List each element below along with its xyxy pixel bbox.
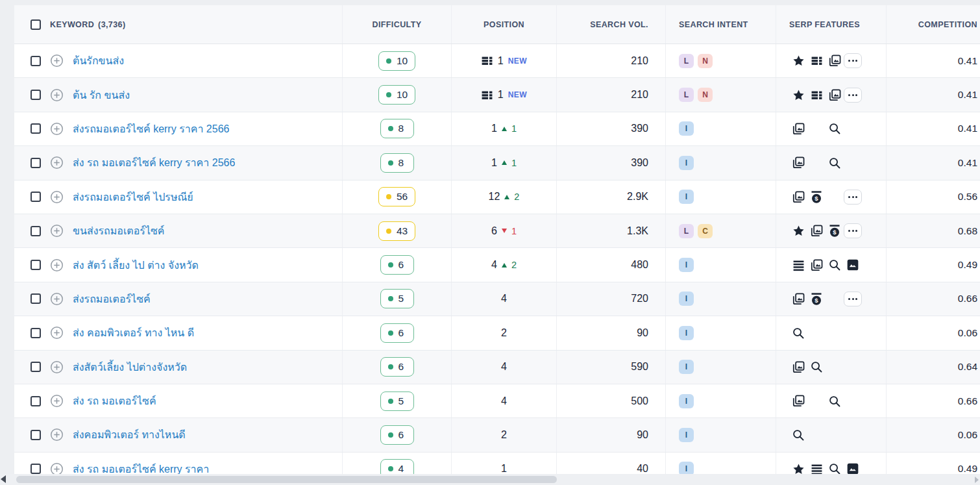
competition-cell: 0.66 bbox=[887, 384, 980, 417]
keyword-link[interactable]: ต้น รัก ขนส่ง bbox=[73, 87, 130, 103]
difficulty-badge: 6 bbox=[380, 255, 414, 275]
serp-features-column-header[interactable]: SERP FEATURES bbox=[776, 5, 887, 44]
difficulty-value: 10 bbox=[397, 89, 408, 101]
position-value-group: 1NEW bbox=[481, 55, 527, 67]
serp-features-cell: $ bbox=[776, 282, 887, 316]
add-keyword-button[interactable] bbox=[50, 88, 64, 102]
keyword-link[interactable]: ต้นรักขนส่ง bbox=[73, 53, 124, 69]
difficulty-dot bbox=[386, 229, 391, 234]
serp-features-cell bbox=[776, 384, 887, 417]
add-keyword-button[interactable] bbox=[50, 428, 64, 441]
row-checkbox[interactable] bbox=[31, 328, 41, 338]
serp-feature-slot bbox=[826, 392, 844, 410]
images-icon bbox=[792, 190, 805, 204]
search-vol-column-header[interactable]: SEARCH VOL. bbox=[557, 5, 666, 44]
intent-badge-I: I bbox=[679, 190, 694, 204]
search-intent-cell: LC bbox=[666, 214, 776, 247]
row-checkbox[interactable] bbox=[31, 260, 41, 270]
table-header-row: KEYWORD(3,736) DIFFICULTY POSITION SEARC… bbox=[14, 5, 980, 44]
row-checkbox[interactable] bbox=[31, 226, 41, 236]
serp-feature-slot bbox=[789, 222, 807, 240]
select-all-checkbox[interactable] bbox=[31, 19, 41, 30]
keyword-link[interactable]: ส่ง คอมพิวเตอร์ ทาง ไหน ดี bbox=[73, 325, 194, 341]
ads-icon: $ bbox=[810, 190, 823, 204]
keyword-link[interactable]: ส่งคอมพิวเตอร์ ทางไหนดี bbox=[73, 427, 186, 443]
more-serp-features-button[interactable] bbox=[844, 53, 862, 68]
search-intent-column-header[interactable]: SEARCH INTENT bbox=[666, 5, 776, 44]
row-checkbox[interactable] bbox=[31, 192, 41, 202]
serp-feature-slot bbox=[789, 392, 807, 410]
more-serp-features-button[interactable] bbox=[844, 190, 862, 205]
add-keyword-button[interactable] bbox=[50, 326, 64, 340]
position-column-header[interactable]: POSITION bbox=[452, 5, 557, 44]
position-value-group: 122 bbox=[489, 191, 520, 203]
competition-value: 0.41 bbox=[958, 157, 977, 169]
add-keyword-button[interactable] bbox=[50, 292, 64, 306]
search-vol-value: 90 bbox=[637, 327, 648, 339]
row-checkbox[interactable] bbox=[31, 430, 41, 440]
scroll-left-arrow[interactable] bbox=[1, 475, 6, 483]
difficulty-cell: 6 bbox=[343, 248, 452, 281]
keyword-link[interactable]: ขนส่งรถมอเตอร์ไซค์ bbox=[73, 223, 165, 239]
keyword-cell: ส่งรถมอเตอร์ไซค์ ไปรษณีย์ bbox=[14, 180, 343, 214]
keyword-link[interactable]: ส่งรถมอเตอร์ไซค์ ไปรษณีย์ bbox=[73, 189, 193, 205]
position-value-group: 11 bbox=[491, 157, 517, 169]
competition-cell: 0.06 bbox=[887, 316, 980, 349]
add-keyword-button[interactable] bbox=[50, 54, 64, 68]
difficulty-column-header[interactable]: DIFFICULTY bbox=[343, 5, 452, 44]
difficulty-dot bbox=[388, 160, 393, 166]
add-keyword-button[interactable] bbox=[50, 394, 64, 408]
table-icon bbox=[481, 89, 493, 101]
row-checkbox[interactable] bbox=[31, 396, 41, 406]
position-change: 2 bbox=[514, 192, 519, 202]
serp-feature-slot: $ bbox=[807, 290, 826, 308]
row-checkbox[interactable] bbox=[31, 158, 41, 168]
row-checkbox[interactable] bbox=[31, 464, 41, 474]
row-checkbox[interactable] bbox=[31, 362, 41, 372]
competition-column-header[interactable]: COMPETITION bbox=[887, 5, 980, 44]
table-icon bbox=[811, 55, 823, 67]
competition-value: 0.66 bbox=[958, 293, 977, 305]
keyword-link[interactable]: ส่ง สัตว์ เลี้ยง ไป ต่าง จังหวัด bbox=[73, 257, 199, 273]
table-row: ส่งคอมพิวเตอร์ ทางไหนดี6290I0.06 bbox=[14, 418, 980, 452]
add-keyword-button[interactable] bbox=[50, 156, 64, 169]
intent-badge-N: N bbox=[698, 54, 713, 68]
add-keyword-button[interactable] bbox=[50, 224, 64, 238]
serp-feature-slot bbox=[789, 52, 807, 70]
horizontal-scrollbar-thumb[interactable] bbox=[16, 476, 557, 483]
difficulty-badge: 5 bbox=[380, 392, 414, 411]
search-vol-cell: 390 bbox=[557, 112, 666, 145]
add-keyword-button[interactable] bbox=[50, 360, 64, 374]
search-icon bbox=[828, 395, 841, 408]
svg-text:$: $ bbox=[815, 195, 818, 202]
position-value: 4 bbox=[501, 361, 507, 373]
row-checkbox[interactable] bbox=[31, 56, 41, 66]
difficulty-dot bbox=[388, 466, 393, 471]
add-keyword-button[interactable] bbox=[50, 258, 64, 272]
keyword-link[interactable]: ส่ง รถ มอเตอร์ไซค์ kerry ราคา 2566 bbox=[73, 155, 235, 171]
keyword-link[interactable]: ส่ง รถ มอเตอร์ไซค์ bbox=[73, 393, 156, 409]
row-checkbox[interactable] bbox=[31, 293, 41, 304]
keyword-column-header[interactable]: KEYWORD(3,736) bbox=[50, 20, 125, 29]
keyword-link[interactable]: ส่งรถมอเตอร์ไซค์ bbox=[73, 291, 151, 307]
add-keyword-button[interactable] bbox=[50, 122, 64, 136]
more-serp-features-button[interactable] bbox=[844, 292, 862, 306]
search-vol-value: 90 bbox=[637, 429, 648, 441]
serp-feature-spacer bbox=[807, 392, 826, 410]
search-vol-value: 390 bbox=[631, 157, 648, 169]
row-checkbox[interactable] bbox=[31, 123, 41, 134]
add-keyword-button[interactable] bbox=[50, 190, 64, 204]
images-icon bbox=[810, 258, 824, 272]
serp-features-cell: $ bbox=[776, 180, 887, 214]
row-checkbox[interactable] bbox=[31, 90, 41, 100]
position-value-group: 4 bbox=[501, 361, 507, 373]
position-value-group: 1NEW bbox=[481, 89, 527, 101]
serp-feature-slot bbox=[789, 119, 807, 138]
scroll-right-arrow[interactable] bbox=[975, 477, 979, 483]
more-serp-features-button[interactable] bbox=[844, 88, 862, 103]
keyword-link[interactable]: ส่งรถมอเตอร์ไซค์ kerry ราคา 2566 bbox=[73, 121, 229, 137]
keyword-link[interactable]: ส่งสัตว์เลี้ยง ไปต่างจังหวัด bbox=[73, 359, 187, 375]
intent-badge-L: L bbox=[679, 54, 694, 68]
search-intent-cell: I bbox=[666, 351, 776, 384]
more-serp-features-button[interactable] bbox=[844, 223, 862, 238]
